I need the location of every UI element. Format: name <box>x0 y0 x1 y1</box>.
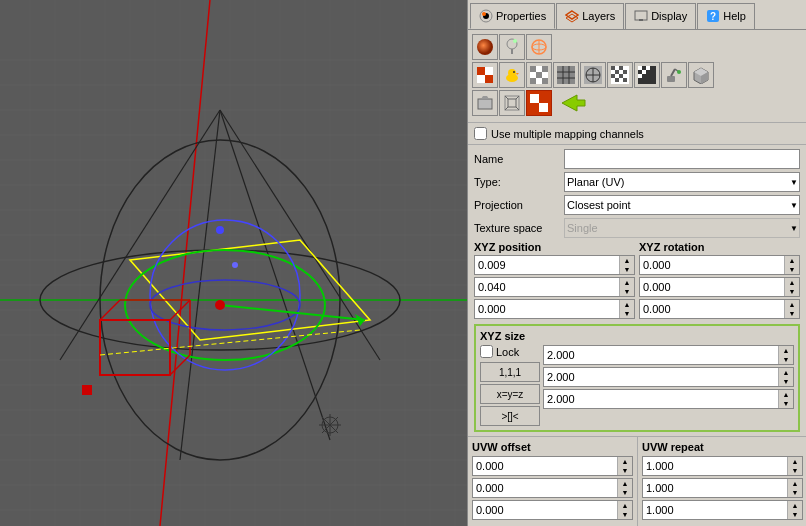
tab-display[interactable]: Display <box>625 3 696 29</box>
svg-rect-112 <box>623 70 627 74</box>
uvw-offset-y-input[interactable] <box>473 481 617 495</box>
xyz-pos-y-input[interactable] <box>475 280 619 294</box>
tool-sphere-gradient[interactable] <box>472 34 498 60</box>
tab-layers[interactable]: Layers <box>556 3 624 29</box>
xyz-size-y-up[interactable]: ▲ <box>779 368 793 377</box>
xyz-size-x-down[interactable]: ▼ <box>779 355 793 364</box>
xyz-pos-x-down[interactable]: ▼ <box>620 265 634 274</box>
xyz-rot-z-down[interactable]: ▼ <box>785 309 799 318</box>
mapping-channels-checkbox[interactable] <box>474 127 487 140</box>
svg-point-123 <box>677 70 681 74</box>
xyz-size-z-down[interactable]: ▼ <box>779 399 793 408</box>
uvw-offset-x-down[interactable]: ▼ <box>618 466 632 475</box>
uvw-offset-x-field: ▲ ▼ <box>472 456 633 476</box>
tool-checker-proj[interactable] <box>526 90 552 116</box>
projection-select[interactable]: Closest point Normal Fixed <box>564 195 800 215</box>
xyz-size-x-spinners: ▲ ▼ <box>778 346 793 364</box>
tool-grid-1[interactable] <box>553 62 579 88</box>
uvw-repeat-z-up[interactable]: ▲ <box>788 501 802 510</box>
xyz-pos-z-down[interactable]: ▼ <box>620 309 634 318</box>
uvw-offset-y-up[interactable]: ▲ <box>618 479 632 488</box>
lock-checkbox[interactable] <box>480 345 493 358</box>
xyz-size-x-up[interactable]: ▲ <box>779 346 793 355</box>
uvw-repeat-x-up[interactable]: ▲ <box>788 457 802 466</box>
tool-flat[interactable] <box>472 90 498 116</box>
uvw-repeat-y-down[interactable]: ▼ <box>788 488 802 497</box>
tool-box-proj[interactable] <box>499 90 525 116</box>
uvw-repeat-x-down[interactable]: ▼ <box>788 466 802 475</box>
svg-point-88 <box>508 69 516 77</box>
xyz-rot-z-input[interactable] <box>640 302 784 316</box>
xyz-rot-x-down[interactable]: ▼ <box>785 265 799 274</box>
tool-duck[interactable] <box>499 62 525 88</box>
uvw-repeat-x-input[interactable] <box>643 459 787 473</box>
svg-rect-137 <box>539 94 548 103</box>
tool-checker-1[interactable] <box>472 62 498 88</box>
svg-marker-71 <box>566 11 578 19</box>
xyz-pos-z-up[interactable]: ▲ <box>620 300 634 309</box>
tool-checker-4[interactable] <box>634 62 660 88</box>
xyz-pos-y-field: ▲ ▼ <box>474 277 635 297</box>
svg-point-80 <box>513 39 517 43</box>
uvw-repeat-y-input[interactable] <box>643 481 787 495</box>
uvw-offset-x-up[interactable]: ▲ <box>618 457 632 466</box>
xyz-size-controls: Lock 1,1,1 x=y=z >[]< ▲ ▼ <box>480 345 794 426</box>
uvw-repeat-y-up[interactable]: ▲ <box>788 479 802 488</box>
svg-rect-127 <box>478 99 492 109</box>
main-toolbar <box>468 30 806 123</box>
tool-paint[interactable] <box>661 62 687 88</box>
uvw-offset-y-down[interactable]: ▼ <box>618 488 632 497</box>
lock-row: Lock <box>480 345 540 358</box>
uniform-button[interactable]: 1,1,1 <box>480 362 540 382</box>
fit-button[interactable]: >[]< <box>480 406 540 426</box>
layers-tab-label: Layers <box>582 10 615 22</box>
xyz-rot-y-input[interactable] <box>640 280 784 294</box>
xyz-pos-z-input[interactable] <box>475 302 619 316</box>
tab-properties[interactable]: Properties <box>470 3 555 29</box>
viewport-3d[interactable] <box>0 0 467 526</box>
svg-rect-93 <box>536 72 542 78</box>
name-label: Name <box>474 153 564 165</box>
xyz-rot-x-input[interactable] <box>640 258 784 272</box>
xyz-rot-x-spinners: ▲ ▼ <box>784 256 799 274</box>
uvw-offset-col: UVW offset ▲ ▼ ▲ ▼ <box>468 437 638 526</box>
xyz-pos-y-up[interactable]: ▲ <box>620 278 634 287</box>
xyz-rot-y-up[interactable]: ▲ <box>785 278 799 287</box>
tab-help[interactable]: ? Help <box>697 3 755 29</box>
tool-checker-2[interactable] <box>526 62 552 88</box>
uvw-repeat-z-input[interactable] <box>643 503 787 517</box>
texture-space-select[interactable]: Single <box>564 218 800 238</box>
xyz-pos-y-spinners: ▲ ▼ <box>619 278 634 296</box>
uvw-repeat-z-down[interactable]: ▼ <box>788 510 802 519</box>
uvw-offset-x-input[interactable] <box>473 459 617 473</box>
svg-rect-85 <box>477 67 485 75</box>
xyz-size-y-input[interactable] <box>544 370 778 384</box>
xyz-pos-y-down[interactable]: ▼ <box>620 287 634 296</box>
tool-eyedrop[interactable] <box>499 34 525 60</box>
uvw-repeat-x-field: ▲ ▼ <box>642 456 803 476</box>
xyz-pos-x-input[interactable] <box>475 258 619 272</box>
tool-checker-3[interactable] <box>607 62 633 88</box>
lock-label: Lock <box>496 346 519 358</box>
name-input[interactable] <box>564 149 800 169</box>
xyz-size-right: ▲ ▼ ▲ ▼ <box>543 345 794 426</box>
projection-label: Projection <box>474 199 564 211</box>
uvw-offset-z-input[interactable] <box>473 503 617 517</box>
uvw-offset-z-up[interactable]: ▲ <box>618 501 632 510</box>
xyz-rot-x-up[interactable]: ▲ <box>785 256 799 265</box>
xyz-size-z-up[interactable]: ▲ <box>779 390 793 399</box>
uvw-offset-z-down[interactable]: ▼ <box>618 510 632 519</box>
mapping-channels-label: Use multiple mapping channels <box>491 128 644 140</box>
xyz-rot-z-up[interactable]: ▲ <box>785 300 799 309</box>
xyz-eq-button[interactable]: x=y=z <box>480 384 540 404</box>
tool-cube[interactable] <box>688 62 714 88</box>
xyz-rot-y-down[interactable]: ▼ <box>785 287 799 296</box>
xyz-size-x-input[interactable] <box>544 348 778 362</box>
svg-marker-128 <box>481 96 489 99</box>
xyz-size-z-input[interactable] <box>544 392 778 406</box>
tool-sphere-wire[interactable] <box>526 34 552 60</box>
tool-grid-2[interactable] <box>580 62 606 88</box>
xyz-pos-x-up[interactable]: ▲ <box>620 256 634 265</box>
type-select[interactable]: Planar (UV) Cubic Spherical Cylindrical <box>564 172 800 192</box>
xyz-size-y-down[interactable]: ▼ <box>779 377 793 386</box>
